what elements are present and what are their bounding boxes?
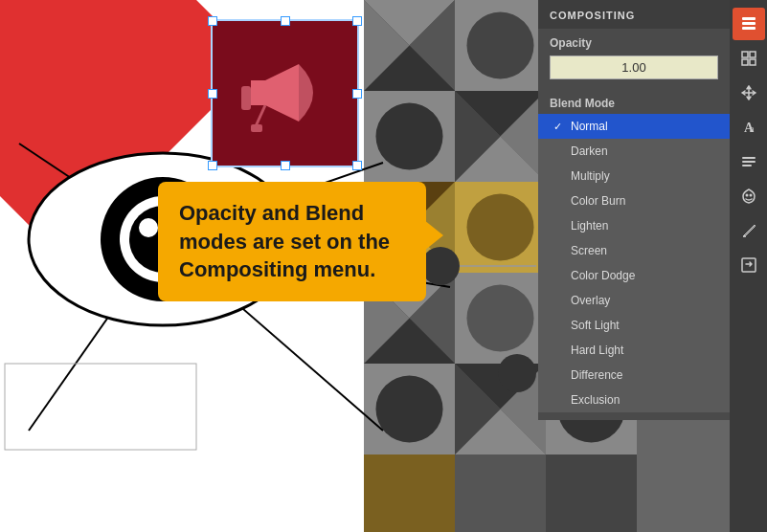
svg-rect-55	[455, 454, 546, 532]
svg-point-42	[467, 285, 534, 352]
blend-item-label: Soft Light	[571, 319, 620, 332]
blend-item-exclusion[interactable]: Exclusion	[538, 388, 730, 412]
pen-icon[interactable]	[733, 214, 765, 247]
svg-rect-84	[742, 161, 756, 163]
svg-rect-54	[364, 454, 455, 532]
blend-item-overlay[interactable]: Overlay	[538, 288, 730, 313]
blend-item-label: Multiply	[571, 169, 610, 183]
blend-item-label: Darken	[571, 144, 608, 158]
megaphone-icon	[222, 31, 347, 155]
svg-point-87	[749, 194, 752, 197]
svg-rect-78	[750, 52, 756, 57]
svg-rect-76	[742, 27, 756, 30]
svg-point-30	[467, 194, 534, 261]
blend-item-darken[interactable]: Darken	[538, 139, 730, 164]
opacity-label: Opacity	[550, 36, 718, 50]
blend-item-color-burn[interactable]: Color Burn	[538, 188, 730, 213]
blend-item-label: Normal	[571, 120, 608, 133]
svg-point-46	[376, 376, 443, 443]
blend-item-label: Difference	[571, 368, 622, 382]
blend-item-label: Exclusion	[571, 393, 620, 407]
blend-item-label: Color Burn	[571, 194, 625, 208]
export-icon[interactable]	[733, 249, 765, 281]
handle-rm[interactable]	[352, 89, 362, 99]
svg-point-86	[745, 194, 748, 197]
blend-check: ✓	[553, 121, 565, 133]
selected-element[interactable]	[211, 19, 359, 167]
svg-rect-75	[742, 22, 756, 25]
mask-icon[interactable]	[733, 180, 765, 212]
svg-text:a: a	[750, 123, 755, 134]
blend-item-normal[interactable]: ✓Normal	[538, 114, 730, 139]
right-sidebar: A a	[730, 0, 767, 532]
handle-br[interactable]	[352, 161, 362, 170]
blend-item-label: Lighten	[571, 219, 608, 233]
svg-point-69	[421, 247, 460, 285]
blend-item-lighten[interactable]: Lighten	[538, 213, 730, 238]
panel-title: COMPOSITING	[538, 0, 730, 29]
svg-line-72	[256, 105, 265, 126]
svg-rect-71	[241, 86, 251, 110]
svg-rect-80	[750, 59, 756, 65]
opacity-section: Opacity	[538, 29, 730, 87]
layers-icon[interactable]	[733, 8, 765, 40]
tooltip-bubble: Opacity and Blend modes are set on the C…	[158, 182, 426, 301]
blend-item-hard-light[interactable]: Hard Light	[538, 338, 730, 363]
handle-tl[interactable]	[208, 16, 217, 26]
svg-point-16	[376, 103, 443, 170]
move-icon[interactable]	[733, 77, 765, 109]
svg-rect-77	[742, 52, 748, 57]
svg-point-66	[139, 218, 158, 237]
handle-tm[interactable]	[281, 16, 290, 26]
svg-rect-74	[742, 17, 756, 20]
blend-item-label: Color Dodge	[571, 269, 635, 282]
svg-rect-85	[742, 165, 752, 166]
tooltip-text: Opacity and Blend modes are set on the C…	[179, 201, 390, 281]
svg-point-9	[467, 12, 534, 79]
handle-tr[interactable]	[352, 16, 362, 26]
svg-point-70	[498, 354, 536, 392]
list-icon[interactable]	[733, 145, 765, 178]
blend-dropdown[interactable]: ✓NormalDarkenMultiplyColor BurnLightenSc…	[538, 114, 730, 412]
blend-mode-label: Blend Mode	[538, 91, 730, 114]
blend-item-screen[interactable]: Screen	[538, 238, 730, 263]
svg-rect-79	[742, 59, 748, 65]
handle-lm[interactable]	[208, 89, 217, 99]
svg-rect-73	[251, 124, 262, 132]
text-icon[interactable]: A a	[733, 111, 765, 144]
blend-mode-section: Blend Mode ✓NormalDarkenMultiplyColor Bu…	[538, 87, 730, 412]
svg-rect-89	[742, 258, 756, 272]
compositing-panel: COMPOSITING Opacity Blend Mode ✓NormalDa…	[538, 0, 730, 420]
expand-icon[interactable]	[733, 42, 765, 75]
blend-item-difference[interactable]: Difference	[538, 363, 730, 388]
blend-item-label: Hard Light	[571, 344, 623, 357]
svg-rect-83	[742, 157, 756, 159]
handle-bl[interactable]	[208, 161, 217, 170]
blend-item-multiply[interactable]: Multiply	[538, 164, 730, 188]
blend-item-soft-light[interactable]: Soft Light	[538, 313, 730, 338]
opacity-input[interactable]	[550, 55, 718, 79]
handle-bm[interactable]	[281, 161, 290, 170]
blend-item-label: Overlay	[571, 294, 610, 307]
svg-rect-56	[546, 454, 637, 532]
blend-item-color-dodge[interactable]: Color Dodge	[538, 263, 730, 288]
blend-item-label: Screen	[571, 244, 607, 257]
